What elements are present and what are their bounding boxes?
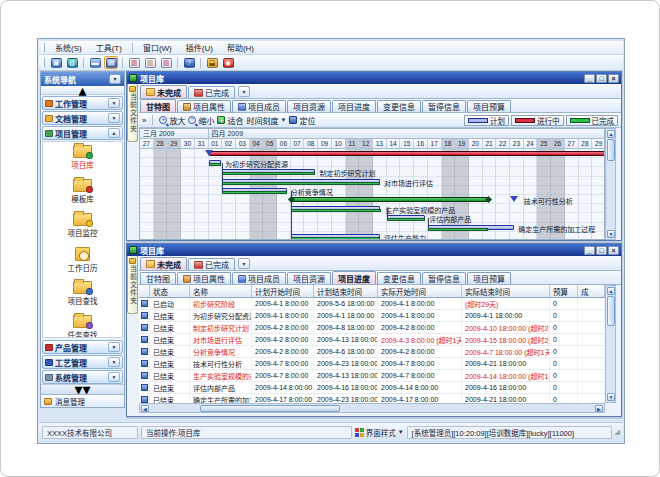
gantt-button-缩小[interactable]: −缩小 (188, 115, 214, 126)
sidebar-group-项目管理[interactable]: 项目管理▲ (42, 126, 123, 140)
gantt-bar-actual-生产实验室规模的产品[interactable] (291, 209, 382, 212)
report-view-icon-button[interactable]: ▥ (143, 56, 157, 69)
expand-group-button[interactable]: ▼ (108, 342, 120, 352)
table-hscrollbar[interactable]: ◀▶ (139, 403, 605, 413)
scroll-down-icon[interactable]: ▼ (607, 230, 615, 238)
subtab-项目属性[interactable]: 项目属性 (177, 272, 231, 284)
subtab-暂停信息[interactable]: 暂停信息 (422, 272, 466, 284)
table-row[interactable]: 已结束技术可行性分析2009-4-7 8:00:002009-4-23 18:0… (139, 358, 605, 370)
subtab-变更信息[interactable]: 变更信息 (377, 272, 421, 284)
gantt-bar-actual-分析竞争情况[interactable] (222, 191, 286, 194)
tab-已完成[interactable]: 已完成 (188, 258, 235, 270)
subtab-甘特图[interactable]: 甘特图 (140, 272, 176, 284)
sidebar-overflow-strip[interactable]: ▾▾ (41, 384, 124, 394)
menu-item-4[interactable]: 帮助(H) (220, 42, 261, 54)
tab-overflow-button[interactable]: ▾ (238, 258, 250, 269)
tab-已完成[interactable]: 已完成 (188, 86, 235, 98)
window-title-bar[interactable]: 项目库_□× (127, 72, 621, 84)
gantt-bar-actual-评估生产能力[interactable] (291, 237, 380, 240)
expand-group-button[interactable]: ▼ (108, 372, 120, 382)
save-icon-button[interactable]: ▤ (104, 56, 118, 69)
lock-icon-button[interactable]: ⬓ (205, 56, 219, 69)
sidebar-item-项目库[interactable]: 项目库 (71, 145, 94, 179)
column-header-预算[interactable]: 预算 (550, 285, 578, 297)
subtab-甘特图[interactable]: 甘特图 (140, 99, 176, 112)
subtab-项目预算[interactable]: 项目预算 (467, 100, 511, 112)
subtab-项目属性[interactable]: 项目属性 (177, 100, 231, 112)
column-header-名称[interactable]: 名称 (190, 285, 252, 297)
column-header-计划开始时间[interactable]: 计划开始时间 (252, 285, 314, 297)
subtab-项目资源[interactable]: 项目资源 (287, 272, 331, 284)
sidebar-collapse-strip[interactable]: ▴ (41, 86, 124, 95)
workstation-icon-button[interactable]: ▣ (49, 56, 63, 69)
expand-group-button[interactable]: ▼ (108, 357, 120, 367)
report-flag-icon-button[interactable]: ▥ (159, 56, 173, 69)
table-vscrollbar[interactable]: ▲▼ (605, 285, 616, 403)
expand-group-button[interactable]: ▼ (108, 98, 120, 108)
sidebar-group-工艺管理[interactable]: 工艺管理▼ (42, 355, 123, 369)
gantt-button-时间刻度[interactable]: 时间刻度▼ (246, 115, 286, 126)
globe-icon-button[interactable]: ◍ (65, 56, 79, 69)
sidebar-item-任务查找[interactable]: 任务查找 (68, 315, 98, 338)
gantt-button-放大[interactable]: +放大 (159, 115, 185, 126)
scroll-left-icon[interactable]: ◀ (141, 405, 149, 412)
scroll-thumb[interactable] (607, 296, 615, 326)
gantt-bar-actual-对市场进行评估[interactable] (222, 182, 380, 185)
gantt-bar-actual-制定初步研究计划[interactable] (222, 172, 315, 175)
menu-item-0[interactable]: 系统(S) (48, 42, 89, 54)
scroll-up-icon[interactable]: ▲ (607, 287, 615, 295)
gantt-bar-actual-确定生产所需的加工过程[interactable] (428, 228, 488, 231)
side-tab-current-folder[interactable]: 当前文件夹 (127, 84, 138, 142)
table-row[interactable]: 已启动初步研究阶段2009-4-1 8:00:002009-5-6 18:00:… (139, 298, 605, 310)
maximize-button[interactable]: □ (596, 246, 607, 255)
table-row[interactable]: 已结束确定生产所需的加工过程2009-4-17 8:00:002009-4-23… (139, 394, 605, 403)
subtab-暂停信息[interactable]: 暂停信息 (422, 100, 466, 112)
table-row[interactable]: 已结束评估内部产品2009-4-14 8:00:002009-4-16 18:0… (139, 382, 605, 394)
exit-icon-button[interactable]: ◉ (221, 56, 235, 69)
table-row[interactable]: 已结束分析竞争情况2009-4-2 8:00:002009-4-6 18:00:… (139, 346, 605, 358)
table-row[interactable]: 已结束生产实验室规模的产品2009-4-7 8:00:002009-4-13 1… (139, 370, 605, 382)
sidebar-item-工作日历[interactable]: 工作日历 (68, 247, 98, 281)
scroll-up-icon[interactable]: ▲ (607, 130, 615, 138)
sidebar-header-button[interactable]: ▾ (109, 74, 121, 84)
maximize-button[interactable]: □ (596, 74, 607, 83)
gantt-bar-summary-初步研究阶段[interactable] (209, 151, 606, 156)
close-button[interactable]: × (608, 74, 619, 83)
minimize-button[interactable]: _ (584, 246, 595, 255)
gantt-bar-actual-为初步研究分配资源[interactable] (209, 163, 221, 166)
subtab-项目资源[interactable]: 项目资源 (287, 100, 331, 112)
gantt-bar-summary-技术可行性分析[interactable] (291, 197, 488, 202)
sidebar-group-产品管理[interactable]: 产品管理▼ (42, 340, 123, 354)
table-row[interactable]: 已结束对市场进行评估2009-4-2 8:00:002009-4-13 18:0… (139, 334, 605, 346)
scroll-down-icon[interactable]: ▼ (607, 393, 615, 401)
column-header-实际结束时间[interactable]: 实际结束时间 (462, 285, 550, 297)
scroll-right-icon[interactable]: ▶ (595, 405, 603, 412)
toolbar-overflow-chevron[interactable]: » (142, 116, 146, 125)
close-button[interactable]: × (608, 246, 619, 255)
sidebar-tab-message[interactable]: 消息管理 (41, 394, 124, 407)
folder-icon-button[interactable]: ▬ (88, 56, 102, 69)
statusbar-style-switcher[interactable]: 界面样式▼ (355, 427, 404, 438)
tab-未完成[interactable]: 未完成 (140, 85, 187, 98)
table-row[interactable]: 已结束制定初步研究计划2009-4-2 8:00:002009-4-8 18:0… (139, 322, 605, 334)
tab-未完成[interactable]: 未完成 (140, 257, 187, 270)
sidebar-item-项目查找[interactable]: 项目查找 (68, 281, 98, 315)
collapse-group-button[interactable]: ▲ (108, 128, 120, 138)
subtab-变更信息[interactable]: 变更信息 (377, 100, 421, 112)
column-header-icon[interactable] (139, 285, 150, 297)
sidebar-group-工作管理[interactable]: 工作管理▼ (42, 96, 123, 110)
gantt-button-定位[interactable]: 定位 (289, 115, 315, 126)
subtab-项目预算[interactable]: 项目预算 (467, 272, 511, 284)
subtab-项目进度[interactable]: 项目进度 (332, 100, 376, 112)
table-row[interactable]: 已结束为初步研究分配资源2009-4-1 8:00:002009-4-1 18:… (139, 310, 605, 322)
expand-group-button[interactable]: ▼ (108, 113, 120, 123)
gantt-button-适合[interactable]: ✛适合 (217, 115, 243, 126)
column-header-成[interactable]: 成 (578, 285, 605, 297)
report-add-icon-button[interactable]: ▥ (127, 56, 141, 69)
scroll-thumb[interactable] (607, 139, 615, 161)
window-title-bar[interactable]: 项目库_□× (127, 244, 621, 256)
menu-item-3[interactable]: 插件(U) (179, 42, 220, 54)
sidebar-item-模板库[interactable]: 模板库 (71, 179, 94, 213)
gantt-vscrollbar[interactable]: ▲▼ (605, 128, 616, 240)
menu-item-1[interactable]: 工具(T) (89, 42, 129, 54)
